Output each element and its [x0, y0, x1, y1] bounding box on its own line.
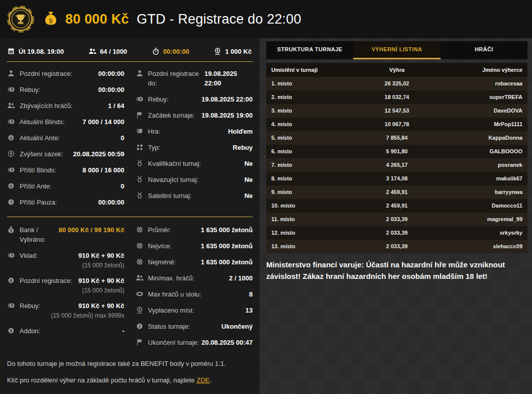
prize-amount: 80 000 Kč	[65, 12, 129, 27]
stat-label: Typ:	[148, 143, 233, 152]
table-header: Umístění v turnaji Výhra Jméno výherce	[266, 63, 527, 77]
stat-label: Satelitní turnaj:	[148, 191, 245, 201]
cell-prize: 2 459,91	[356, 185, 437, 199]
cell-place: 8. místo	[271, 172, 356, 185]
stat-label: Min/max. hráčů:	[148, 273, 230, 283]
stat-label: Průměr:	[148, 225, 201, 235]
table-row: 11. místo 2 033,39 magremal_99	[266, 213, 527, 226]
stat-label: Nejvíce:	[148, 241, 201, 251]
infobar-players: 64 / 1000	[88, 47, 127, 55]
cell-winner: KappaDonna	[438, 131, 522, 145]
stat-row: Kvalifikační turnaj: Ne	[136, 159, 253, 168]
stat-label: Aktuální Blinds:	[20, 117, 82, 127]
stat-row: Max hráčů u stolu: 8	[136, 289, 253, 299]
stat-row: Bank / Vybráno: 80 000 Kč / 99 190 Kč	[7, 225, 125, 244]
cell-winner: MrPop1111	[438, 118, 522, 131]
medal-icon	[136, 159, 144, 167]
cell-winner: srkysrky	[438, 226, 522, 240]
table-row: 8. místo 3 174,08 maksiik67	[266, 172, 527, 185]
stat-label: Začátek turnaje:	[148, 111, 202, 120]
flag-icon	[136, 111, 144, 119]
cell-prize: 2 033,39	[356, 240, 437, 253]
stat-label: Pozdní registrace:	[20, 276, 78, 285]
stat-value: 19.08.2025 22:00	[204, 69, 253, 88]
coins-icon	[7, 302, 15, 310]
stat-row: Pozdní registrace: 00:00:00	[7, 69, 125, 78]
stat-value: 2 / 1000	[229, 273, 253, 283]
cell-winner: superTREFA	[438, 90, 522, 104]
table-row: 7. místo 4 265,17 posranek	[266, 158, 527, 172]
stopwatch-icon	[152, 47, 160, 55]
chip-icon	[136, 226, 144, 234]
cell-prize: 2 459,91	[356, 199, 437, 213]
stat-value: 0	[121, 133, 124, 143]
stat-label: Bank / Vybráno:	[20, 225, 59, 244]
cell-place: 12. místo	[271, 226, 356, 240]
person-icon	[136, 69, 144, 77]
page-title: 80 000 Kč GTD - Registrace do 22:00	[65, 12, 301, 27]
payout-icon	[136, 306, 144, 314]
stat-label: Pozdní registrace:	[20, 69, 98, 78]
tab[interactable]: HRÁČI	[441, 41, 527, 59]
raise-icon	[7, 150, 15, 158]
col-header-winner: Jméno výherce	[438, 63, 522, 77]
stat-value: 20.08.2025 00:59	[73, 149, 125, 159]
results-panel: STRUKTURA TURNAJE VÝHERNÍ LISTINA HRÁČI …	[266, 41, 527, 282]
stat-value: Holďem	[228, 127, 253, 136]
person-icon	[7, 69, 15, 77]
stat-subvalue: (15 000 žetonů)	[7, 261, 125, 269]
cell-winner: magremal_99	[438, 213, 522, 226]
table-row: 5. místo 7 855,84 KappaDonna	[266, 131, 527, 145]
payout-icon	[214, 47, 222, 55]
stat-value: 00:00:00	[98, 69, 124, 78]
moneybag-icon: $	[42, 11, 59, 28]
dollar-icon	[7, 134, 15, 142]
tab[interactable]: STRUKTURA TURNAJE	[266, 41, 353, 59]
moneybag-icon	[7, 226, 15, 234]
cell-prize: 7 855,84	[356, 131, 437, 145]
cell-place: 5. místo	[271, 131, 356, 145]
stats-group-schedule: Pozdní registrace do: 19.08.2025 22:00 R…	[136, 69, 253, 214]
stat-row: Zbývajících hráčů: 1 / 64	[7, 101, 125, 111]
tab-label: VÝHERNÍ LISTINA	[372, 46, 422, 52]
stat-label: Rebuy:	[20, 85, 98, 94]
flag-icon	[136, 338, 144, 346]
stat-value: 20.08.2025 00:47	[201, 338, 253, 347]
tab[interactable]: VÝHERNÍ LISTINA	[353, 41, 440, 59]
stat-row: Min/max. hráčů: 2 / 1000	[136, 273, 253, 283]
cell-place: 11. místo	[271, 213, 356, 226]
stats-top: Pozdní registrace: 00:00:00 Rebuy: 00:00…	[7, 69, 253, 214]
table-row: 2. místo 18 032,74 superTREFA	[266, 90, 527, 104]
cell-prize: 5 901,80	[356, 145, 437, 158]
stat-label: Rebuy:	[148, 94, 202, 104]
cell-prize: 12 547,53	[356, 104, 437, 118]
table-row: 13. místo 2 033,39 slehaccc09	[266, 240, 527, 253]
stat-label: Zvýšení sázek:	[20, 149, 73, 159]
stat-row: Status turnaje: Ukončený	[136, 322, 253, 331]
coins-icon	[7, 251, 15, 259]
cell-prize: 10 067,78	[356, 118, 437, 131]
stat-label: Vklad:	[20, 251, 78, 260]
payout-key-period: .	[209, 376, 211, 384]
zde-link[interactable]: ZDE	[196, 376, 209, 384]
stat-subvalue: (15 000 žetonů) max 9999x	[7, 312, 125, 320]
cell-winner: Damocco11	[438, 199, 522, 213]
stat-value: Ne	[244, 159, 253, 168]
stat-row: Průměr: 1 635 000 žetonů	[136, 225, 253, 235]
svg-text:$: $	[49, 17, 53, 25]
table-row: 10. místo 2 459,91 Damocco11	[266, 199, 527, 213]
winners-table: Umístění v turnaji Výhra Jméno výherce 1…	[266, 63, 527, 253]
cell-winner: slehaccc09	[438, 240, 522, 253]
table-row: 1. místo 26 325,02 robacesaa	[266, 77, 527, 90]
panel-footer: Do tohoto turnaje je možná registrace ta…	[7, 359, 253, 390]
cell-place: 13. místo	[271, 240, 356, 253]
cell-winner: DaveDOVA	[438, 104, 522, 118]
tab-label: HRÁČI	[475, 46, 493, 52]
stat-row: Rebuy: 19.08.2025 22:00	[136, 94, 253, 104]
stat-value: 910 Kč + 90 Kč	[78, 251, 124, 260]
stat-row: Nejméně: 1 635 000 žetonů	[136, 257, 253, 267]
table-row: 3. místo 12 547,53 DaveDOVA	[266, 104, 527, 118]
stat-row: Typ: Rebuy	[136, 143, 253, 152]
cell-place: 10. místo	[271, 199, 356, 213]
dollar-icon	[7, 182, 15, 190]
